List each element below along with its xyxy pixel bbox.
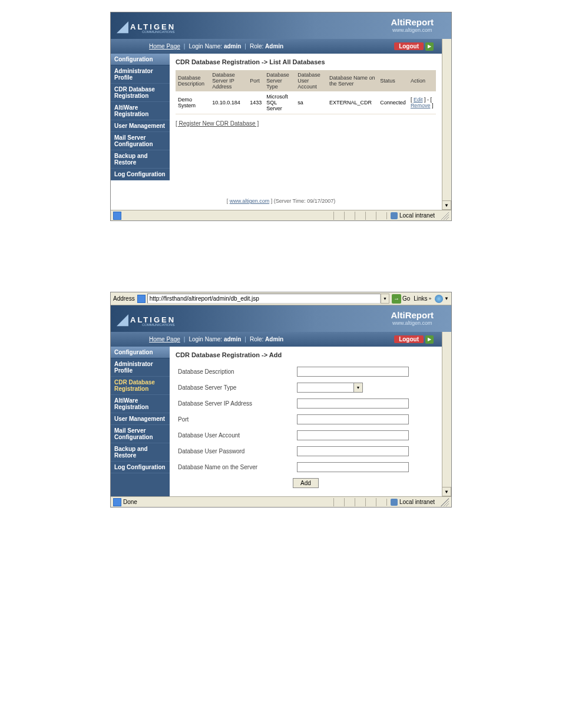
label-db-name: Database Name on the Server [177,460,295,475]
input-db-name[interactable] [297,462,409,472]
intranet-icon [391,499,398,506]
page-title: CDR Database Registration -> Add [176,351,436,358]
td-status: Connected [378,91,408,114]
label-db-server-type: Database Server Type [177,380,295,395]
td-description: Demo System [176,91,210,114]
status-bar: Done Local intranet [111,496,451,507]
sidebar-item-altiware-registration[interactable]: AltiWare Registration [111,102,170,120]
sidebar-item-admin-profile[interactable]: Administrator Profile [111,358,170,377]
sidebar-item-user-management[interactable]: User Management [111,120,170,132]
th-action: Action [408,70,436,91]
logout-arrow-icon[interactable]: ▶ [425,335,434,344]
status-text: Done [123,499,137,505]
ie-icon [137,295,146,303]
td-dbname: EXTERNAL_CDR [327,91,378,114]
table-row: Demo System 10.10.0.184 1433 Microsoft S… [176,91,436,114]
zone-label: Local intranet [399,212,435,219]
login-name-label: Login Name: [189,43,222,50]
sidebar-item-backup-restore[interactable]: Backup and Restore [111,443,170,462]
label-port: Port [177,412,295,427]
server-time: (Server Time: 09/17/2007) [274,198,336,204]
th-db-name: Database Name on the Server [327,70,378,91]
td-server-type: Microsoft SQL Server [264,91,295,114]
brand-block: AltiReport www.altigen.com [391,310,434,326]
input-port[interactable] [297,414,409,424]
brand-title: AltiReport [391,17,434,27]
home-link[interactable]: Home Page [149,43,180,50]
app-header: ◢ ALTIGEN COMMUNICATIONS AltiReport www.… [111,12,451,39]
address-input[interactable] [147,294,381,304]
logout-arrow-icon[interactable]: ▶ [425,42,434,51]
login-name-label: Login Name: [189,336,222,342]
login-name-value: admin [224,336,241,342]
label-db-user: Database User Account [177,428,295,443]
add-db-form: Database Description Database Server Typ… [176,363,436,492]
footer-link[interactable]: www.altigen.com [230,198,270,204]
brand-url: www.altigen.com [391,320,434,326]
links-label[interactable]: Links [414,295,427,302]
th-status: Status [378,70,408,91]
logo-icon: ◢ [117,310,128,328]
input-db-server-ip[interactable] [297,398,409,409]
globe-icon[interactable] [435,295,443,303]
app-header: ◢ ALTIGEN COMMUNICATIONS AltiReport www.… [111,305,451,332]
sidebar-heading: Configuration [111,347,170,358]
add-button[interactable]: Add [293,478,319,488]
sidebar-item-mail-server-config[interactable]: Mail Server Configuration [111,132,170,150]
zone-label: Local intranet [399,499,435,505]
input-db-description[interactable] [297,367,409,377]
resize-grip[interactable] [441,212,449,220]
label-db-server-ip: Database Server IP Address [177,396,295,411]
window-list-databases: ▲ ◢ ALTIGEN COMMUNICATIONS AltiReport ww… [110,12,452,221]
logo: ◢ ALTIGEN COMMUNICATIONS [117,18,176,34]
ie-page-icon [113,212,121,220]
scroll-down-button[interactable]: ▼ [442,487,451,496]
sidebar-item-altiware-registration[interactable]: AltiWare Registration [111,395,170,413]
role-value: Admin [265,336,283,342]
sidebar-heading: Configuration [111,54,170,65]
security-zone: Local intranet [386,499,438,506]
window-add-database: Address ▼ → Go Links » ▼ ▲ ◢ ALTIGEN COM… [110,292,452,508]
remove-link[interactable]: Remove [411,103,431,108]
td-actions: [ Edit ] - [ Remove ] [408,91,436,114]
address-bar: Address ▼ → Go Links » ▼ [111,292,451,305]
input-db-user[interactable] [297,430,409,440]
resize-grip[interactable] [441,498,449,506]
sidebar-item-user-management[interactable]: User Management [111,413,170,425]
td-ip: 10.10.0.184 [210,91,247,114]
select-db-server-type[interactable]: ▼ [297,383,363,393]
chevron-down-icon[interactable]: ▼ [353,383,362,392]
sidebar-item-log-config[interactable]: Log Configuration [111,169,170,180]
edit-link[interactable]: Edit [414,97,423,103]
sidebar: Configuration Administrator Profile CDR … [111,54,170,180]
footer: [ www.altigen.com ] (Server Time: 09/17/… [111,180,451,210]
sidebar-item-log-config[interactable]: Log Configuration [111,462,170,473]
role-value: Admin [265,43,283,50]
label-db-password: Database User Password [177,444,295,459]
logout-button[interactable]: Logout [394,42,424,50]
register-new-db-link[interactable]: [ Register New CDR Database ] [176,120,259,127]
home-link[interactable]: Home Page [149,336,180,342]
td-port: 1433 [247,91,264,114]
logout-button[interactable]: Logout [394,335,424,343]
sidebar-item-mail-server-config[interactable]: Mail Server Configuration [111,425,170,443]
sidebar-item-backup-restore[interactable]: Backup and Restore [111,150,170,169]
role-label: Role: [250,43,263,50]
links-chevron-icon[interactable]: » [429,296,431,301]
sidebar-item-cdr-db-registration[interactable]: CDR Database Registration [111,377,170,395]
scrollbar-vertical[interactable]: ▲ [442,305,451,496]
address-dropdown-icon[interactable]: ▼ [381,294,389,304]
address-label: Address [113,295,135,302]
login-name-value: admin [224,43,241,50]
content-area: CDR Database Registration -> Add Databas… [170,347,442,496]
ie-page-icon [113,498,121,506]
scroll-down-button[interactable]: ▼ [442,200,451,210]
sidebar-item-cdr-db-registration[interactable]: CDR Database Registration [111,84,170,102]
scrollbar-vertical[interactable]: ▲ [442,12,451,210]
input-db-password[interactable] [297,446,409,456]
th-port: Port [247,70,264,91]
sidebar-item-admin-profile[interactable]: Administrator Profile [111,65,170,84]
logo: ◢ ALTIGEN COMMUNICATIONS [117,311,176,327]
go-button[interactable]: → Go [392,294,410,304]
globe-dropdown-icon[interactable]: ▼ [444,296,449,301]
